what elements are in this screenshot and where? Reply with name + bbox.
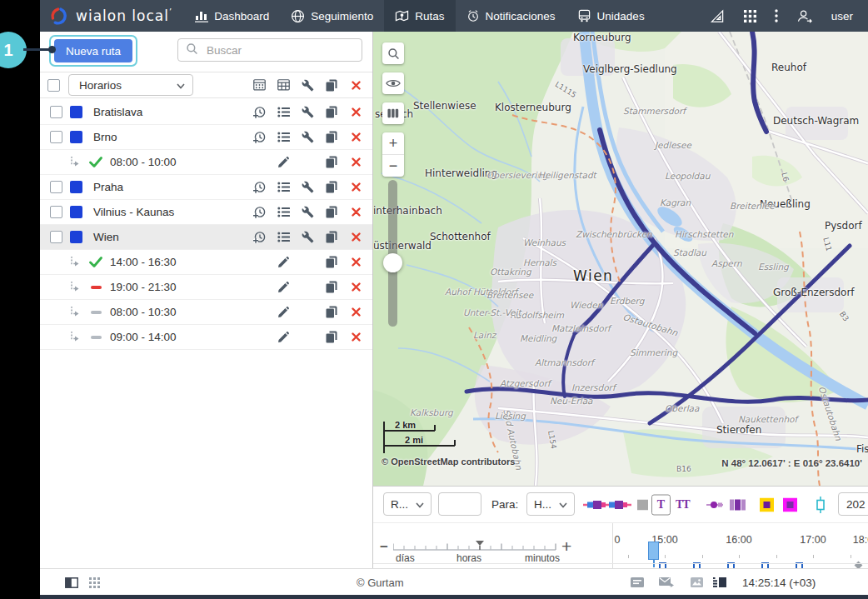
user-menu[interactable]: user (831, 10, 853, 22)
add-schedule-icon[interactable] (249, 104, 269, 121)
layout-split-icon[interactable] (713, 577, 726, 587)
route-checkbox[interactable] (50, 181, 62, 193)
year-field[interactable]: 202 (838, 492, 868, 516)
messages-icon[interactable] (659, 577, 675, 588)
route-select[interactable]: R... (383, 492, 432, 516)
edit-schedule-icon[interactable] (273, 254, 293, 271)
checkpoints-list-icon[interactable] (273, 179, 293, 196)
nav-item-rutas[interactable]: Rutas (384, 0, 455, 32)
edit-route-icon[interactable] (297, 229, 317, 246)
edit-schedule-icon[interactable] (273, 154, 293, 171)
copy-route-icon[interactable] (322, 129, 342, 146)
schedules-table-icon[interactable] (249, 77, 269, 93)
map-search-button[interactable] (382, 42, 404, 64)
delete-schedule-icon[interactable] (346, 154, 366, 171)
add-schedule-icon[interactable] (249, 229, 269, 246)
search-input[interactable] (205, 43, 354, 57)
calendar-icon[interactable] (273, 77, 293, 93)
panel-toggle-icon[interactable] (65, 577, 78, 588)
label-tt-icon[interactable]: TT (676, 498, 690, 512)
notes-icon[interactable] (631, 577, 644, 587)
timeline-value-input[interactable] (438, 492, 481, 516)
point-line-icon[interactable] (706, 499, 723, 511)
new-route-button[interactable]: Nueva ruta (54, 39, 132, 62)
nav-item-seguimiento[interactable]: Seguimiento (280, 0, 384, 32)
delete-route-icon[interactable] (346, 204, 366, 221)
bottom-apps-grid-icon[interactable] (89, 577, 100, 588)
schedule-row[interactable]: 19:00 - 21:30 (40, 275, 372, 300)
media-icon[interactable] (691, 577, 703, 587)
zoom-in-button[interactable]: + (382, 132, 404, 155)
copy-route-icon[interactable] (322, 104, 342, 121)
delete-route-icon[interactable] (346, 179, 366, 196)
ruler-icon[interactable] (710, 9, 726, 23)
delete-schedule-icon[interactable] (346, 329, 366, 346)
checkpoints-list-icon[interactable] (273, 229, 293, 246)
edit-route-icon[interactable] (297, 179, 317, 196)
magenta-marker-icon[interactable] (783, 497, 797, 512)
nav-item-unidades[interactable]: Unidades (566, 0, 656, 32)
cursor-marker-icon[interactable] (816, 497, 826, 513)
timeline-zoom-out-button[interactable]: − (380, 543, 393, 552)
route-row[interactable]: Praha (40, 175, 372, 200)
add-schedule-icon[interactable] (249, 179, 269, 196)
copy-schedule-icon[interactable] (322, 279, 342, 296)
timeline-zoom-ruler[interactable] (393, 541, 557, 552)
map-layers-button[interactable] (382, 102, 404, 124)
edit-schedule-icon[interactable] (273, 304, 293, 321)
timeline-zoom-in-button[interactable]: + (561, 538, 571, 555)
copy-schedule-icon[interactable] (322, 254, 342, 271)
timeline-axis[interactable]: 015:0016:0017:0018:0 (613, 523, 868, 568)
map-zoom-slider-handle[interactable] (383, 253, 402, 272)
map-visibility-button[interactable] (382, 72, 404, 94)
account-icon[interactable] (796, 9, 813, 23)
route-row[interactable]: Vilnius - Kaunas (40, 200, 372, 225)
schedule-select[interactable]: H... (526, 492, 575, 516)
delete-schedule-icon[interactable] (346, 254, 366, 271)
copy-icon[interactable] (322, 77, 342, 93)
nav-item-notificaciones[interactable]: Notificaciones (456, 0, 566, 32)
add-schedule-icon[interactable] (249, 204, 269, 221)
timeline-cursor[interactable] (648, 542, 659, 560)
schedule-row[interactable]: 14:00 - 16:30 (40, 250, 372, 275)
map-canvas[interactable] (373, 32, 868, 486)
route-checkbox[interactable] (50, 206, 62, 218)
route-row[interactable]: Brno (40, 125, 372, 150)
configure-icon[interactable] (297, 77, 317, 93)
copy-route-icon[interactable] (322, 204, 342, 221)
nav-item-dashboard[interactable]: Dashboard (184, 0, 280, 32)
group-selector-dropdown[interactable]: Horarios (68, 74, 193, 96)
checkpoints-list-icon[interactable] (273, 104, 293, 121)
zoom-out-button[interactable]: − (382, 155, 404, 177)
checkpoints-list-icon[interactable] (273, 204, 293, 221)
gray-square-icon[interactable] (637, 499, 648, 510)
schedule-row[interactable]: 09:00 - 14:00 (40, 325, 372, 350)
delete-schedule-icon[interactable] (346, 304, 366, 321)
delete-schedule-icon[interactable] (346, 279, 366, 296)
edit-route-icon[interactable] (297, 104, 317, 121)
delete-route-icon[interactable] (346, 129, 366, 146)
ribbon-icon[interactable] (583, 499, 631, 511)
route-checkbox[interactable] (50, 106, 62, 118)
copy-schedule-icon[interactable] (322, 304, 342, 321)
route-checkbox[interactable] (50, 131, 62, 143)
delete-route-icon[interactable] (346, 229, 366, 246)
copy-route-icon[interactable] (322, 179, 342, 196)
copy-schedule-icon[interactable] (322, 154, 342, 171)
yellow-marker-icon[interactable] (760, 497, 774, 512)
map-container[interactable]: KorneuburgVeiglberg-SiedlungReuhofL1115S… (373, 32, 868, 486)
route-checkbox[interactable] (50, 231, 62, 243)
delete-route-icon[interactable] (346, 104, 366, 121)
interval-bars-icon[interactable] (730, 498, 746, 511)
checkpoints-list-icon[interactable] (273, 129, 293, 146)
more-icon[interactable] (775, 9, 778, 22)
route-row[interactable]: Bratislava (40, 100, 372, 125)
copy-route-icon[interactable] (322, 229, 342, 246)
edit-schedule-icon[interactable] (273, 279, 293, 296)
schedule-row[interactable]: 08:00 - 10:30 (40, 300, 372, 325)
copy-schedule-icon[interactable] (322, 329, 342, 346)
route-row[interactable]: Wien (40, 225, 372, 250)
add-schedule-icon[interactable] (249, 129, 269, 146)
label-t-icon[interactable]: T (651, 494, 671, 515)
select-all-checkbox[interactable] (47, 79, 60, 92)
